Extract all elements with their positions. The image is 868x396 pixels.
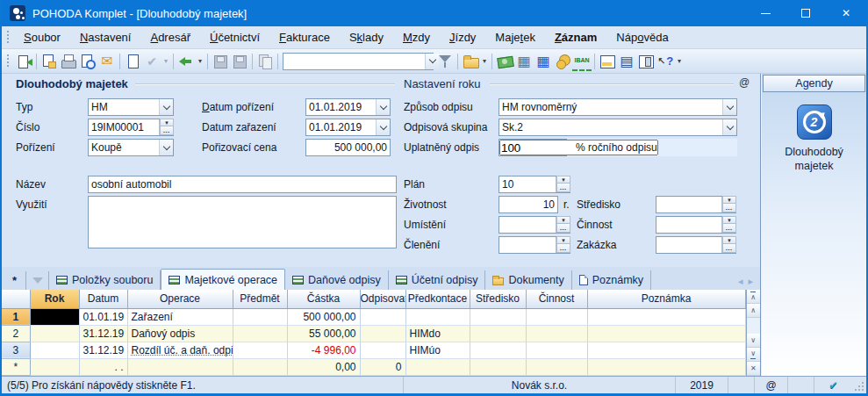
tabs-scroll-left-icon[interactable]: ◂ xyxy=(738,276,743,287)
zakazka-ellipsis-icon[interactable]: … xyxy=(722,243,736,253)
scroll-to-first-icon[interactable]: ∧ xyxy=(747,290,761,304)
odpisova-skupina-input[interactable] xyxy=(499,119,722,135)
menu-ucetnictvi[interactable]: Účetnictví xyxy=(200,28,269,47)
stredisko-ellipsis-icon[interactable]: … xyxy=(722,203,736,212)
umisteni-input[interactable] xyxy=(499,217,556,233)
context-help-icon[interactable]: ↖? xyxy=(656,52,675,71)
view-table-icon[interactable]: ▤ xyxy=(617,52,636,71)
datum-porizeni-input[interactable] xyxy=(306,99,376,115)
cell-poznamka[interactable] xyxy=(587,325,745,342)
scroll-down-icon[interactable]: ∨ xyxy=(747,334,761,348)
col-header-rok[interactable]: Rok xyxy=(30,290,79,308)
homebanking-icon[interactable] xyxy=(495,52,514,71)
cell-odpisovat[interactable] xyxy=(360,342,405,358)
cell-predkontace[interactable] xyxy=(405,308,470,325)
row-number[interactable]: 3 xyxy=(2,342,30,358)
cell-predmet[interactable] xyxy=(233,325,287,342)
scroll-split-icon[interactable]: ✕ xyxy=(747,362,761,376)
cell-odpisovat[interactable] xyxy=(360,325,405,342)
cell-poznamka[interactable] xyxy=(587,342,745,358)
zivotnost-input[interactable] xyxy=(499,197,557,212)
cell-odpisovat[interactable]: 0 xyxy=(360,358,405,375)
menu-napoveda[interactable]: Nápověda xyxy=(606,28,678,47)
datum-zarazeni-input[interactable] xyxy=(306,119,376,135)
scroll-to-last-icon[interactable]: ∨ xyxy=(747,348,761,362)
zakazka-field[interactable]: ▼… xyxy=(656,236,736,254)
star-tab-button[interactable]: * xyxy=(4,271,26,290)
status-company[interactable]: Novák s.r.o. xyxy=(403,377,675,393)
cell-predmet[interactable] xyxy=(233,358,287,375)
zivotnost-field[interactable] xyxy=(499,196,558,213)
menu-soubor[interactable]: Soubor xyxy=(14,28,70,47)
view-panels-icon[interactable] xyxy=(636,52,656,71)
close-button[interactable]: ✕ xyxy=(826,0,866,26)
menu-zaznam[interactable]: Záznam xyxy=(545,28,606,47)
stredisko-field[interactable]: ▼… xyxy=(656,196,736,213)
col-header-datum[interactable]: Datum xyxy=(79,290,127,308)
col-header-operace[interactable]: Operace xyxy=(127,290,233,308)
view-form-icon[interactable] xyxy=(598,52,617,71)
zpusob-odpisu-combobox[interactable] xyxy=(499,98,737,116)
export-icon[interactable] xyxy=(39,52,59,71)
cell-stredisko[interactable] xyxy=(470,325,526,342)
cell-operace[interactable] xyxy=(127,358,233,375)
iban-icon[interactable]: IBAN xyxy=(572,52,592,71)
odpisova-skupina-dropdown-icon[interactable] xyxy=(722,119,736,135)
menu-adresar[interactable]: Adresář xyxy=(140,28,200,47)
documents-folder-icon[interactable] xyxy=(461,52,480,71)
resize-grip[interactable] xyxy=(852,377,866,393)
stamp-dropdown-icon[interactable]: ▾ xyxy=(161,52,170,71)
filter-icon[interactable] xyxy=(435,52,455,71)
close-agenda-icon[interactable] xyxy=(14,52,33,71)
menu-fakturace[interactable]: Fakturace xyxy=(269,28,340,47)
uplatneny-odpis-field[interactable] xyxy=(499,139,567,156)
pohoda-app-icon[interactable] xyxy=(10,5,25,21)
cleneni-field[interactable]: ▼… xyxy=(499,236,570,254)
currency-icon[interactable] xyxy=(553,52,572,71)
tab-majetkove-operace[interactable]: Majetkové operace xyxy=(161,269,285,290)
row-number[interactable]: * xyxy=(2,358,30,375)
copy-icon[interactable] xyxy=(255,52,275,71)
cleneni-ellipsis-icon[interactable]: … xyxy=(556,243,570,253)
col-header-poznamka[interactable]: Poznámka xyxy=(587,290,745,308)
vyuziti-textarea[interactable] xyxy=(88,196,397,248)
cislo-input[interactable] xyxy=(89,119,159,135)
menu-nastaveni[interactable]: Nastavení xyxy=(70,28,141,47)
menubar-grip-handle[interactable] xyxy=(5,31,10,45)
table-row-new[interactable]: * . . 0,00 0 xyxy=(2,358,745,375)
col-header-predkontace[interactable]: Předkontace xyxy=(405,290,470,308)
table-row[interactable]: 1 01.01.19 Zařazení 500 000,00 xyxy=(2,308,745,325)
print-preview-icon[interactable] xyxy=(78,52,97,71)
cell-poznamka[interactable] xyxy=(587,308,745,325)
cell-rok-selected[interactable] xyxy=(30,308,79,325)
menu-sklady[interactable]: Sklady xyxy=(340,28,393,47)
datum-porizeni-combobox[interactable] xyxy=(305,98,391,116)
menu-mzdy[interactable]: Mzdy xyxy=(393,28,440,47)
porizeni-input[interactable] xyxy=(89,140,159,155)
row-number[interactable]: 1 xyxy=(2,308,30,325)
context-help-dropdown-icon[interactable]: ▾ xyxy=(675,52,684,71)
folder-dropdown-icon[interactable]: ▾ xyxy=(480,52,489,71)
cell-operace[interactable]: Rozdíl úč. a daň. odpis xyxy=(132,344,233,356)
umisteni-ellipsis-icon[interactable]: … xyxy=(556,223,570,233)
stredisko-input[interactable] xyxy=(656,197,721,212)
cell-operace[interactable]: Daňový odpis xyxy=(127,325,233,342)
typ-dropdown-icon[interactable] xyxy=(159,99,173,115)
cell-cinnost[interactable] xyxy=(526,308,587,325)
porizeni-dropdown-icon[interactable] xyxy=(159,140,173,155)
cinnost-input[interactable] xyxy=(656,217,721,233)
save-as-icon[interactable] xyxy=(230,52,249,71)
menu-majetek[interactable]: Majetek xyxy=(485,28,545,47)
cell-castka[interactable]: 500 000,00 xyxy=(287,308,360,325)
cell-predkontace[interactable]: HIMúo xyxy=(405,342,470,358)
cell-stredisko[interactable] xyxy=(470,342,526,358)
cell-cinnost[interactable] xyxy=(526,342,587,358)
cell-predkontace[interactable] xyxy=(405,358,470,375)
umisteni-field[interactable]: ▼… xyxy=(499,216,570,234)
print-icon[interactable] xyxy=(59,52,78,71)
col-header-stredisko[interactable]: Středisko xyxy=(470,290,526,308)
status-year[interactable]: 2019 xyxy=(675,377,728,393)
scroll-up-icon[interactable]: ∧ xyxy=(747,304,761,318)
tab-dokumenty[interactable]: Dokumenty xyxy=(485,270,571,290)
nazev-input[interactable] xyxy=(89,176,396,192)
